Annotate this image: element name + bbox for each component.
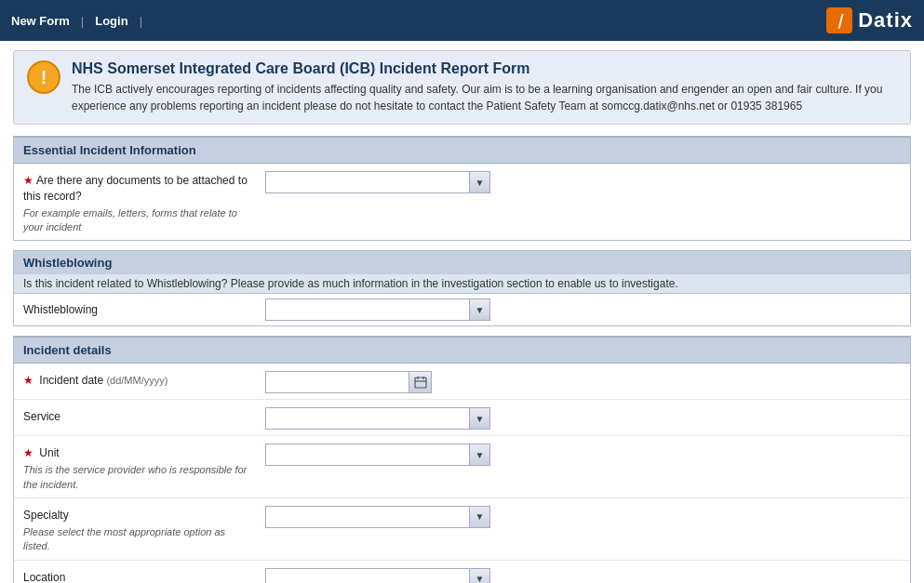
specialty-row: Specialty Please select the most appropr… <box>14 498 910 561</box>
incident-date-label: ★ Incident date (dd/MM/yyyy) <box>23 369 265 389</box>
specialty-label: Specialty Please select the most appropr… <box>23 504 265 554</box>
documents-control: ▼ <box>265 169 901 193</box>
alert-box: ! NHS Somerset Integrated Care Board (IC… <box>13 50 911 125</box>
service-select-wrap: ▼ <box>265 407 901 430</box>
unit-required-star: ★ <box>23 446 33 459</box>
whistleblowing-label: Whistleblowing <box>23 303 265 316</box>
alert-title: NHS Somerset Integrated Care Board (ICB)… <box>72 60 897 77</box>
unit-select-wrap: ▼ <box>265 444 901 466</box>
unit-label: ★ Unit This is the service provider who … <box>23 442 265 492</box>
unit-hint: This is the service provider who is resp… <box>23 463 254 492</box>
login-link[interactable]: Login <box>87 14 135 28</box>
nav-separator-1: | <box>81 14 84 28</box>
service-select[interactable] <box>265 407 470 430</box>
whistleblowing-subtext: Is this incident related to Whistleblowi… <box>14 274 910 294</box>
essential-section: Essential Incident Information ★Are ther… <box>13 136 911 241</box>
alert-text: NHS Somerset Integrated Care Board (ICB)… <box>72 60 897 114</box>
documents-dropdown-btn[interactable]: ▼ <box>470 171 490 193</box>
calendar-icon <box>414 376 427 389</box>
specialty-select[interactable] <box>265 506 470 528</box>
whistleblowing-row: Whistleblowing ▼ <box>14 294 910 325</box>
incident-date-wrap <box>265 371 901 393</box>
documents-select[interactable] <box>265 171 470 193</box>
incident-date-input[interactable] <box>265 371 409 393</box>
unit-dropdown-btn[interactable]: ▼ <box>470 444 490 466</box>
documents-required-star: ★ <box>23 174 33 187</box>
location-control: ▼ <box>265 566 901 583</box>
whistleblowing-select[interactable] <box>265 298 470 321</box>
whistleblowing-header: Whistleblowing <box>14 251 910 274</box>
service-row: Service ▼ <box>14 400 910 436</box>
whistleblowing-dropdown-btn[interactable]: ▼ <box>470 298 490 321</box>
unit-row: ★ Unit This is the service provider who … <box>14 436 910 498</box>
specialty-hint: Please select the most appropriate optio… <box>23 525 254 554</box>
location-row: Location ▼ <box>14 561 910 583</box>
location-select-wrap: ▼ <box>265 568 901 583</box>
datix-logo-text: Datix <box>858 8 913 33</box>
incident-date-control <box>265 369 901 393</box>
documents-select-wrap: ▼ <box>265 171 901 193</box>
calendar-btn[interactable] <box>409 371 432 393</box>
incident-date-row: ★ Incident date (dd/MM/yyyy) <box>14 364 910 400</box>
incident-details-section: Incident details ★ Incident date (dd/MM/… <box>13 336 911 583</box>
main-content: ! NHS Somerset Integrated Care Board (IC… <box>0 41 924 583</box>
service-dropdown-btn[interactable]: ▼ <box>470 407 490 430</box>
service-control: ▼ <box>265 405 901 430</box>
documents-label: ★Are there any documents to be attached … <box>23 169 265 234</box>
datix-icon-letter: ❘ <box>834 12 846 29</box>
location-label: Location <box>23 566 265 583</box>
whistleblowing-section: Whistleblowing Is this incident related … <box>13 250 911 326</box>
header-nav: New Form | Login | <box>11 14 146 28</box>
alert-icon: ! <box>27 60 60 94</box>
specialty-select-wrap: ▼ <box>265 506 901 528</box>
location-dropdown-btn[interactable]: ▼ <box>470 568 490 583</box>
service-label: Service <box>23 405 265 425</box>
specialty-control: ▼ <box>265 504 901 528</box>
nav-separator-2: | <box>140 14 142 28</box>
incident-details-header: Incident details <box>14 337 910 364</box>
specialty-dropdown-btn[interactable]: ▼ <box>470 506 490 528</box>
unit-select[interactable] <box>265 444 470 466</box>
location-select[interactable] <box>265 568 470 583</box>
new-form-link[interactable]: New Form <box>11 14 77 28</box>
datix-logo: ❘ Datix <box>826 7 913 33</box>
documents-row: ★Are there any documents to be attached … <box>14 164 910 240</box>
svg-rect-0 <box>415 378 426 388</box>
alert-body: The ICB actively encourages reporting of… <box>72 81 897 114</box>
incident-date-format: (dd/MM/yyyy) <box>106 375 167 386</box>
documents-hint: For example emails, letters, forms that … <box>23 206 254 235</box>
unit-control: ▼ <box>265 442 901 466</box>
essential-header: Essential Incident Information <box>14 137 910 164</box>
incident-date-required-star: ★ <box>23 374 33 387</box>
datix-icon: ❘ <box>826 7 852 33</box>
header: New Form | Login | ❘ Datix <box>0 0 924 41</box>
whistleblowing-select-wrap: ▼ <box>265 298 490 321</box>
